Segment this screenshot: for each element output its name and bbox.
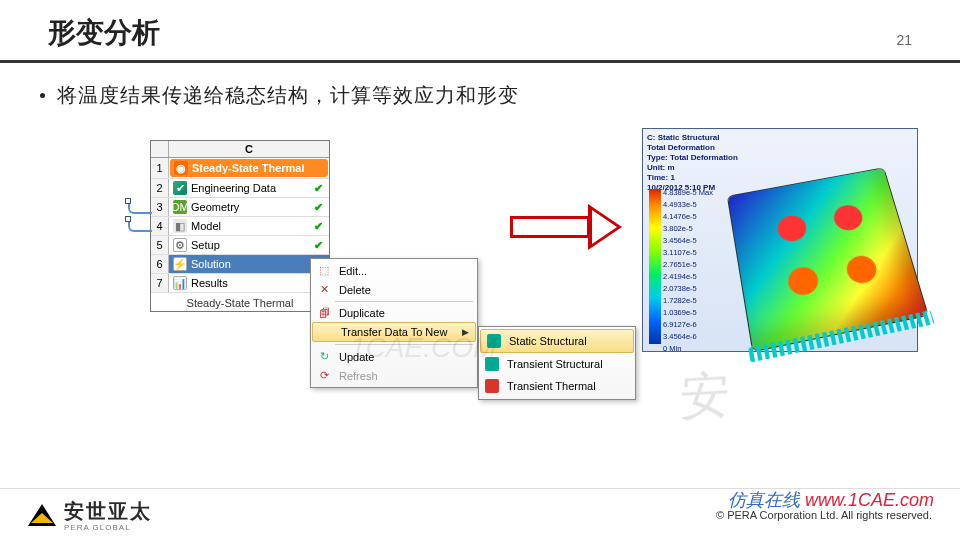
thermal-system-icon: ◉ bbox=[174, 161, 188, 175]
page-number: 21 bbox=[896, 32, 912, 52]
cell-model[interactable]: 4 ◧ Model ✔ bbox=[151, 217, 329, 236]
watermark-center: 1CAE.COM bbox=[350, 332, 496, 364]
cell-label: Setup bbox=[191, 239, 220, 251]
status-tick-icon: ✔ bbox=[314, 201, 325, 214]
cell-label: Geometry bbox=[191, 201, 239, 213]
cell-results[interactable]: 7 📊 Results ⚡ bbox=[151, 274, 329, 293]
delete-icon: ✕ bbox=[315, 283, 333, 296]
page-title: 形变分析 bbox=[48, 14, 160, 52]
slide-header: 形变分析 21 bbox=[0, 0, 960, 63]
menu-item-duplicate[interactable]: 🗐 Duplicate bbox=[311, 304, 477, 322]
cell-engineering-data[interactable]: 2 ✔ Engineering Data ✔ bbox=[151, 179, 329, 198]
panel-caption: Steady-State Thermal bbox=[151, 293, 329, 311]
bullet-dot-icon bbox=[40, 93, 45, 98]
duplicate-icon: 🗐 bbox=[315, 307, 333, 319]
cell-label: Solution bbox=[191, 258, 231, 270]
submenu-item-transient-thermal[interactable]: Transient Thermal bbox=[479, 375, 635, 397]
cell-label: Engineering Data bbox=[191, 182, 276, 194]
project-panel: C 1 ◉ Steady-State Thermal 2 ✔ Engineeri… bbox=[150, 140, 330, 312]
menu-item-delete[interactable]: ✕ Delete bbox=[311, 280, 477, 299]
setup-icon: ⚙ bbox=[173, 238, 187, 252]
column-label: C bbox=[169, 141, 329, 157]
update-icon: ↻ bbox=[315, 350, 333, 363]
menu-item-refresh: ⟳ Refresh bbox=[311, 366, 477, 385]
result-viewport: C: Static Structural Total Deformation T… bbox=[642, 128, 918, 352]
link-connector-icon bbox=[128, 220, 152, 232]
logo-text: 安世亚太 bbox=[64, 498, 152, 525]
company-logo: 安世亚太 PERA GLOBAL bbox=[28, 498, 152, 532]
status-tick-icon: ✔ bbox=[314, 220, 325, 233]
panel-column-header: C bbox=[151, 141, 329, 158]
model-icon: ◧ bbox=[173, 219, 187, 233]
geometry-icon: DM bbox=[173, 200, 187, 214]
system-header-row[interactable]: 1 ◉ Steady-State Thermal bbox=[151, 158, 329, 179]
scale-labels: 4.8389e-5 Max4.4933e-5 4.1476e-53.802e-5… bbox=[663, 187, 713, 355]
transient-thermal-icon bbox=[483, 378, 501, 394]
status-tick-icon: ✔ bbox=[314, 239, 325, 252]
cell-label: Results bbox=[191, 277, 228, 289]
logo-triangle-icon bbox=[28, 504, 56, 526]
bullet-text: 将温度结果传递给稳态结构，计算等效应力和形变 bbox=[57, 82, 519, 109]
cell-setup[interactable]: 5 ⚙ Setup ✔ bbox=[151, 236, 329, 255]
link-connector-icon bbox=[128, 202, 152, 214]
cell-geometry[interactable]: 3 DM Geometry ✔ bbox=[151, 198, 329, 217]
solution-icon: ⚡ bbox=[173, 257, 187, 271]
slide-bullet: 将温度结果传递给稳态结构，计算等效应力和形变 bbox=[40, 82, 519, 109]
site-watermark: 仿真在线 www.1CAE.com bbox=[728, 488, 934, 512]
cell-label: Model bbox=[191, 220, 221, 232]
slide-content: C 1 ◉ Steady-State Thermal 2 ✔ Engineeri… bbox=[0, 120, 960, 440]
arrow-right-icon bbox=[510, 204, 630, 250]
refresh-icon: ⟳ bbox=[315, 369, 333, 382]
context-menu: ⬚ Edit... ✕ Delete 🗐 Duplicate Transfer … bbox=[310, 258, 478, 388]
submenu-item-static-structural[interactable]: Static Structural bbox=[480, 329, 634, 353]
deformation-model bbox=[728, 168, 928, 351]
status-tick-icon: ✔ bbox=[314, 182, 325, 195]
edit-icon: ⬚ bbox=[315, 264, 333, 277]
submenu-item-transient-structural[interactable]: Transient Structural bbox=[479, 353, 635, 375]
results-icon: 📊 bbox=[173, 276, 187, 290]
cell-solution[interactable]: 6 ⚡ Solution ⚡ bbox=[151, 255, 329, 274]
engineering-data-icon: ✔ bbox=[173, 181, 187, 195]
transfer-data-submenu: Static Structural Transient Structural T… bbox=[478, 326, 636, 400]
menu-separator bbox=[335, 301, 473, 302]
color-bar-icon bbox=[649, 189, 661, 344]
cell-label: Steady-State Thermal bbox=[192, 162, 304, 174]
menu-item-edit[interactable]: ⬚ Edit... bbox=[311, 261, 477, 280]
